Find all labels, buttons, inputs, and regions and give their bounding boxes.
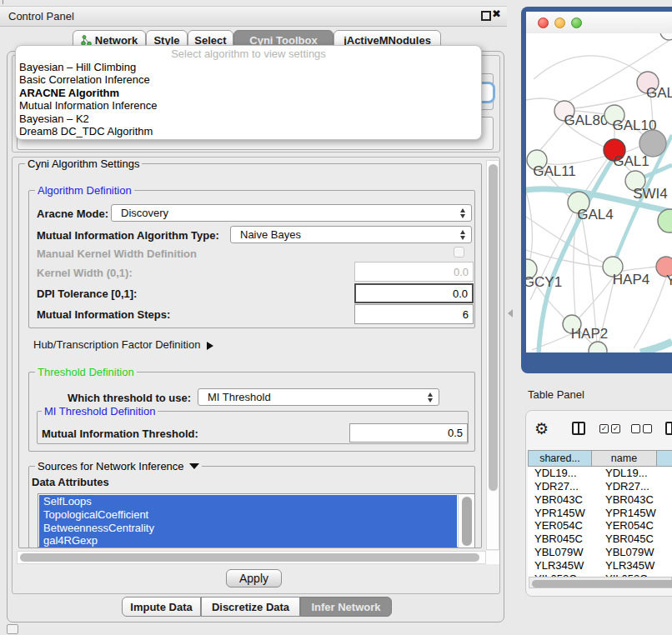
network-node[interactable] bbox=[658, 209, 672, 232]
tab-label: Discretize Data bbox=[212, 601, 289, 613]
table-cell: YBR043C bbox=[599, 493, 670, 507]
table-cell: YDL19... bbox=[528, 467, 599, 480]
kernel-width-value: 0.0 bbox=[454, 266, 469, 278]
network-edge bbox=[581, 213, 597, 344]
apply-label: Apply bbox=[239, 572, 268, 585]
tab-impute-data[interactable]: Impute Data bbox=[122, 597, 201, 617]
mi-threshold-field[interactable]: 0.5 bbox=[349, 423, 468, 442]
unchecked-checkbox-icon[interactable] bbox=[631, 424, 640, 433]
group-title: MI Threshold Definition bbox=[42, 405, 158, 418]
column-header-shared[interactable]: shared... bbox=[528, 450, 592, 467]
apply-button[interactable]: Apply bbox=[226, 569, 282, 588]
mi-threshold-value: 0.5 bbox=[448, 427, 463, 439]
manual-kernel-label: Manual Kernel Width Definition bbox=[37, 248, 197, 260]
control-panel-titlebar: Control Panel bbox=[0, 6, 507, 27]
mi-steps-field[interactable]: 6 bbox=[354, 304, 474, 324]
attribute-item[interactable]: TopologicalCoefficient bbox=[39, 508, 457, 522]
node-table[interactable]: YDL19...YDL19...13YDR27...YDR27...12YBR0… bbox=[528, 467, 672, 588]
network-edge bbox=[534, 56, 649, 79]
mi-type-label: Mutual Information Algorithm Type: bbox=[37, 229, 219, 242]
attribute-item[interactable]: BetweennessCentrality bbox=[39, 522, 457, 535]
table-hscrollbar-thumb[interactable] bbox=[532, 580, 672, 588]
node-label: HAP4 bbox=[613, 272, 649, 288]
table-row[interactable]: YPR145WYPR145W9. bbox=[528, 507, 672, 520]
algorithm-option[interactable]: Bayesian – K2 bbox=[16, 112, 481, 125]
gear-icon[interactable]: ⚙ bbox=[534, 419, 549, 438]
table-cell: YER054C bbox=[599, 519, 670, 532]
attr-scrollbar-thumb[interactable] bbox=[462, 497, 472, 546]
aracne-mode-select[interactable]: Discovery bbox=[111, 204, 472, 222]
minimize-traffic-light-icon[interactable] bbox=[554, 18, 565, 28]
network-node[interactable] bbox=[660, 33, 672, 40]
algorithm-option[interactable]: Basic Correlation Inference bbox=[16, 73, 481, 86]
table-row[interactable]: YBR045CYBR045C9. bbox=[528, 532, 672, 546]
checked-checkbox-icon[interactable]: ✓ bbox=[599, 424, 609, 433]
aracne-mode-label: Aracne Mode: bbox=[37, 208, 108, 220]
tab-infer-network[interactable]: Infer Network bbox=[300, 597, 392, 617]
table-cell: YLR345W bbox=[599, 559, 670, 572]
attribute-item[interactable]: gal4RGexp bbox=[39, 534, 457, 548]
close-icon[interactable]: ✖ bbox=[492, 8, 501, 20]
algorithm-option[interactable]: Bayesian – Hill Climbing bbox=[16, 61, 481, 73]
mi-steps-label: Mutual Information Steps: bbox=[37, 308, 170, 321]
close-traffic-light-icon[interactable] bbox=[538, 18, 549, 28]
algorithm-option[interactable]: ARACNE Algorithm bbox=[16, 87, 481, 99]
node-label: GAL11 bbox=[533, 163, 576, 179]
column-header-name[interactable]: name bbox=[592, 450, 657, 467]
table-panel-title: Table Panel bbox=[528, 388, 584, 401]
network-edge-highlighted bbox=[640, 342, 672, 352]
kernel-width-label: Kernel Width (0,1): bbox=[37, 267, 133, 279]
kernel-width-field[interactable]: 0.0 bbox=[354, 262, 474, 282]
table-horizontal-scrollbar[interactable] bbox=[529, 577, 672, 588]
selected-attributes: SelfLoopsTopologicalCoefficientBetweenne… bbox=[39, 495, 457, 548]
network-edge bbox=[579, 278, 613, 318]
table-cell: YBR045C bbox=[528, 532, 599, 546]
spinner-arrows-icon bbox=[460, 205, 465, 221]
network-edge bbox=[526, 217, 604, 262]
which-threshold-select[interactable]: MI Threshold bbox=[198, 388, 439, 406]
screen: Control Panel ✖ Network Style Select Cyn… bbox=[0, 0, 672, 635]
popup-placeholder: Select algorithm to view settings bbox=[16, 48, 481, 61]
algorithm-option[interactable]: Mutual Information Inference bbox=[16, 99, 481, 112]
hub-section-toggle[interactable]: Hub/Transcription Factor Definition bbox=[33, 338, 213, 351]
node-label: GAL4 bbox=[577, 207, 613, 222]
attr-list-scrollbar[interactable] bbox=[458, 495, 474, 548]
table-row[interactable]: YDL19...YDL19...13 bbox=[528, 467, 672, 480]
network-edge bbox=[624, 146, 641, 152]
table-cell: YDL19... bbox=[599, 467, 670, 480]
network-node[interactable] bbox=[639, 130, 666, 157]
table-row[interactable]: YBR043CYBR043C bbox=[528, 493, 672, 507]
table-row[interactable]: YBL079WYBL079W bbox=[528, 546, 672, 559]
table-cell: YPR145W bbox=[528, 507, 599, 520]
table-cell: YBL079W bbox=[528, 546, 599, 559]
table-row[interactable]: YER054CYER054C8. bbox=[528, 519, 672, 532]
checked-checkbox-icon[interactable]: ✓ bbox=[611, 424, 620, 433]
column-header-partial[interactable] bbox=[657, 450, 672, 467]
dpi-tolerance-field[interactable]: 0.0 bbox=[354, 283, 474, 303]
settings-vertical-scrollbar[interactable] bbox=[486, 160, 499, 550]
settings-vscrollbar-thumb[interactable] bbox=[489, 164, 498, 491]
mi-type-select[interactable]: Naive Bayes bbox=[230, 226, 472, 243]
mi-threshold-label: Mutual Information Threshold: bbox=[42, 428, 198, 440]
which-threshold-label: Which threshold to use: bbox=[68, 392, 191, 404]
table-row[interactable]: YLR345WYLR345W9. bbox=[528, 559, 672, 572]
node-label: GAL80 bbox=[564, 112, 609, 128]
corner-widget-icon[interactable] bbox=[7, 624, 18, 634]
float-window-icon[interactable] bbox=[481, 11, 491, 21]
splitter-arrow-icon[interactable] bbox=[508, 309, 513, 318]
algorithm-option[interactable]: Dream8 DC_TDC Algorithm bbox=[16, 125, 481, 138]
settings-horizontal-scrollbar[interactable] bbox=[17, 551, 486, 564]
sources-toggle[interactable]: Sources for Network Inference bbox=[35, 460, 202, 472]
zoom-traffic-light-icon[interactable] bbox=[571, 18, 582, 28]
data-attributes-list[interactable]: SelfLoopsTopologicalCoefficientBetweenne… bbox=[38, 493, 475, 548]
columns-icon[interactable] bbox=[572, 422, 585, 435]
attribute-item[interactable]: SelfLoops bbox=[39, 495, 457, 508]
manual-kernel-checkbox[interactable] bbox=[454, 247, 464, 258]
table-row[interactable]: YDR27...YDR27...12 bbox=[528, 480, 672, 493]
settings-hscrollbar-thumb[interactable] bbox=[20, 553, 479, 562]
tab-label: Impute Data bbox=[130, 601, 192, 613]
unchecked-checkbox-icon[interactable] bbox=[643, 424, 652, 433]
column-label: name bbox=[611, 452, 637, 464]
partial-toolbar-icon[interactable] bbox=[665, 422, 672, 435]
tab-discretize-data[interactable]: Discretize Data bbox=[201, 597, 300, 617]
